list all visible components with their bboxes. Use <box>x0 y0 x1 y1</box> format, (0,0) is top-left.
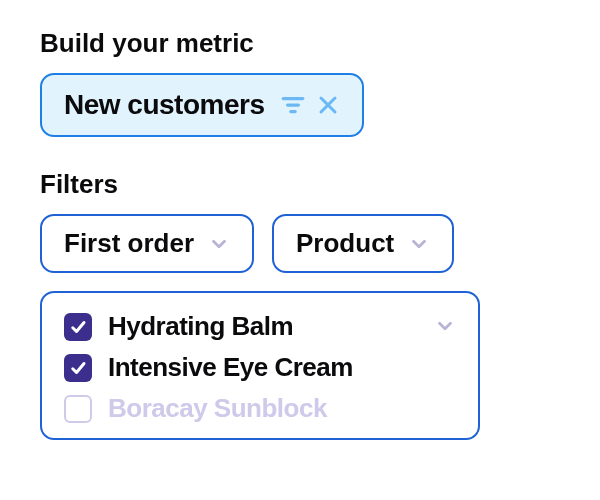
chevron-down-icon <box>208 233 230 255</box>
metric-section-label: Build your metric <box>40 28 560 59</box>
option-label: Hydrating Balm <box>108 311 293 342</box>
filter-chip-product[interactable]: Product <box>272 214 454 273</box>
filters-section-label: Filters <box>40 169 560 200</box>
option-label: Intensive Eye Cream <box>108 352 353 383</box>
metric-selected-label: New customers <box>64 89 264 121</box>
option-label: Boracay Sunblock <box>108 393 327 424</box>
close-icon[interactable] <box>316 93 340 117</box>
option-row[interactable]: Hydrating Balm <box>64 311 456 342</box>
filter-chip-first-order[interactable]: First order <box>40 214 254 273</box>
product-options-panel: Hydrating Balm Intensive Eye Cream Borac… <box>40 291 480 440</box>
option-row[interactable]: Intensive Eye Cream <box>64 352 456 383</box>
filter-icon[interactable] <box>280 92 306 118</box>
filter-chip-label: Product <box>296 228 394 259</box>
option-row[interactable]: Boracay Sunblock <box>64 393 456 424</box>
filter-chip-label: First order <box>64 228 194 259</box>
checkbox-unchecked[interactable] <box>64 395 92 423</box>
filters-row: First order Product <box>40 214 560 273</box>
checkbox-checked[interactable] <box>64 313 92 341</box>
metric-pill[interactable]: New customers <box>40 73 364 137</box>
chevron-down-icon[interactable] <box>434 315 456 337</box>
chevron-down-icon <box>408 233 430 255</box>
checkbox-checked[interactable] <box>64 354 92 382</box>
